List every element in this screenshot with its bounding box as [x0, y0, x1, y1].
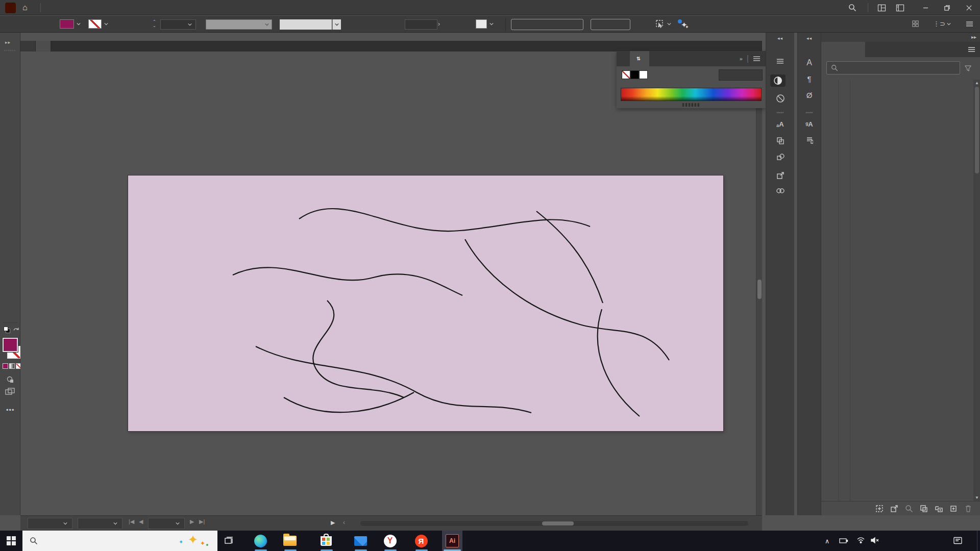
paragraph-styles-panel-icon[interactable] — [798, 137, 821, 144]
swatch-black[interactable] — [630, 70, 639, 79]
swatch-none[interactable] — [622, 70, 630, 79]
layers-collapse-icon[interactable]: ▸▸ — [821, 33, 980, 42]
stroke-swatch[interactable] — [88, 19, 102, 29]
workspace-icon[interactable] — [874, 0, 889, 15]
canvas-pasteboard[interactable] — [20, 52, 756, 515]
links-panel-icon[interactable] — [766, 188, 794, 194]
tab-layers[interactable] — [821, 42, 865, 57]
control-menu-icon[interactable] — [966, 21, 973, 27]
home-icon[interactable]: ⌂ — [22, 3, 28, 13]
layers-scrollbar[interactable]: ▲ ▼ — [973, 80, 980, 501]
search-icon[interactable] — [845, 0, 860, 15]
trash-icon[interactable] — [964, 505, 972, 513]
start-button[interactable] — [7, 536, 16, 545]
arrange-dropdown-icon[interactable] — [945, 19, 952, 29]
restore-button[interactable] — [936, 0, 958, 15]
dock-collapse-icon[interactable]: ◂◂ — [798, 36, 821, 41]
character-styles-panel-icon[interactable]: ᵍA — [798, 120, 821, 128]
touch-workspace-icon[interactable] — [912, 20, 919, 28]
stroke-dropdown-icon[interactable] — [103, 19, 110, 29]
color-spectrum[interactable] — [621, 88, 762, 101]
panel-layout-icon[interactable] — [892, 0, 908, 15]
layers-search-input[interactable] — [826, 61, 960, 74]
variable-width-dropdown[interactable] — [206, 19, 272, 30]
layers-scroll-thumb[interactable] — [975, 87, 979, 173]
opacity-field[interactable] — [405, 19, 437, 30]
new-layer-icon[interactable] — [949, 505, 958, 513]
filter-funnel-icon[interactable] — [964, 65, 972, 72]
fill-dropdown-icon[interactable] — [75, 19, 82, 29]
fill-color-well[interactable] — [3, 338, 18, 352]
properties-panel-icon[interactable] — [766, 58, 794, 64]
preferences-button[interactable] — [591, 19, 630, 30]
layers-menu-icon[interactable] — [968, 46, 975, 53]
style-dropdown-icon[interactable] — [488, 19, 495, 29]
store-icon[interactable] — [318, 533, 334, 549]
next-artboard-icon[interactable]: ▶ — [190, 518, 194, 525]
tab-stroke[interactable] — [617, 51, 630, 66]
gradient-panel-icon[interactable] — [766, 94, 794, 103]
horizontal-scrollbar[interactable] — [360, 521, 748, 526]
draw-normal-icon[interactable] — [5, 388, 15, 396]
dock-collapse-icon[interactable]: ◂◂ — [766, 36, 794, 41]
draw-mode-icon[interactable] — [6, 375, 14, 384]
locate-object-icon[interactable] — [905, 505, 913, 513]
new-sublayer-icon[interactable] — [935, 505, 943, 513]
bounding-box-icon[interactable] — [875, 505, 884, 513]
arrange-icon[interactable]: ⋮⊃ — [933, 20, 945, 28]
panel-expand-icon[interactable]: » — [740, 56, 743, 62]
tab-gradient[interactable] — [649, 51, 663, 66]
first-artboard-icon[interactable]: |◀ — [129, 518, 134, 525]
glyphs-panel-icon[interactable]: ₐA — [766, 120, 794, 128]
file-explorer-icon[interactable] — [282, 533, 298, 549]
paragraph-panel-icon[interactable]: ¶ — [798, 74, 821, 83]
toolbar-collapse-icon[interactable]: ▸▸ — [5, 40, 11, 45]
character-panel-icon[interactable]: А — [798, 58, 821, 67]
color-mode-icon[interactable] — [3, 363, 8, 369]
artboard[interactable] — [128, 176, 723, 431]
panel-resize-grip[interactable]: ▮▮▮▮▮▮ — [682, 102, 700, 107]
toolbar-grip[interactable]: ▪▪▪▪▪▪ — [4, 48, 16, 53]
graphic-styles-panel-icon[interactable] — [766, 137, 794, 145]
taskbar-search-input[interactable]: ✦ ✦ ✦ — [22, 531, 217, 551]
show-desktop-divider[interactable] — [977, 531, 977, 551]
clip-mask-icon[interactable] — [920, 505, 928, 513]
symbols-panel-icon[interactable] — [766, 153, 794, 161]
export-panel-icon[interactable] — [766, 171, 794, 180]
search-highlights-icon[interactable]: ✦ ✦ ✦ — [174, 533, 209, 549]
panel-menu-icon[interactable] — [753, 56, 761, 62]
task-view-icon[interactable] — [221, 533, 237, 549]
gradient-mode-icon[interactable] — [9, 363, 15, 369]
document-setup-button[interactable] — [511, 19, 583, 30]
minimize-button[interactable] — [915, 0, 936, 15]
style-swatch[interactable] — [476, 19, 487, 29]
wifi-icon[interactable] — [856, 537, 865, 544]
mail-icon[interactable] — [352, 533, 369, 549]
floral-line-art[interactable] — [128, 176, 723, 431]
stroke-weight-field[interactable] — [160, 19, 196, 30]
notifications-icon[interactable] — [953, 537, 962, 544]
illustrator-taskbar-icon[interactable]: Ai — [442, 531, 462, 551]
tray-expand-icon[interactable]: ∧ — [825, 537, 829, 545]
status-collapse-icon[interactable]: ‹ — [343, 519, 345, 526]
vertical-scrollbar[interactable] — [756, 52, 762, 515]
horizontal-scroll-thumb[interactable] — [542, 521, 574, 525]
fill-swatch[interactable] — [60, 19, 74, 29]
export-icon[interactable] — [890, 505, 898, 513]
edit-toolbar-icon[interactable]: ••• — [6, 406, 15, 414]
prev-artboard-icon[interactable]: ◀ — [139, 518, 143, 525]
isolate-dropdown-icon[interactable] — [666, 19, 673, 29]
scroll-down-icon[interactable]: ▼ — [975, 495, 979, 500]
color-panel-icon[interactable] — [770, 74, 786, 87]
isolate-selection-icon[interactable] — [654, 19, 665, 29]
battery-icon[interactable] — [839, 537, 848, 544]
vertical-scroll-thumb[interactable] — [757, 280, 762, 299]
rotation-dropdown[interactable] — [78, 518, 122, 529]
close-button[interactable] — [958, 0, 980, 15]
brush-dropdown-icon[interactable] — [332, 19, 341, 30]
y-browser-icon[interactable]: Y — [382, 533, 398, 549]
zoom-level-dropdown[interactable] — [28, 518, 72, 529]
status-play-icon[interactable]: ▶ — [331, 519, 335, 526]
document-tab-2[interactable] — [36, 41, 51, 52]
edge-icon[interactable] — [252, 533, 268, 549]
